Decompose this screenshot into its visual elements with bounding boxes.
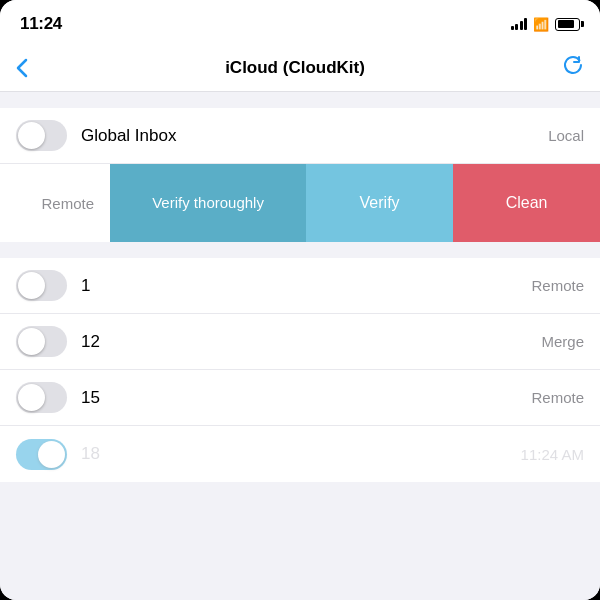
nav-title: iCloud (CloudKit)	[225, 58, 365, 78]
content: Global Inbox Local Remote Verify thoroug…	[0, 92, 600, 600]
nav-bar: iCloud (CloudKit)	[0, 44, 600, 92]
remote-label-cell: Remote	[0, 164, 110, 242]
global-inbox-label: Global Inbox	[81, 126, 540, 146]
phone-frame: 11:24 📶 iCloud (CloudKit)	[0, 0, 600, 600]
item-1-label: 1	[81, 276, 523, 296]
global-inbox-toggle[interactable]	[16, 120, 67, 151]
action-buttons: Verify thoroughly Verify Clean	[110, 164, 600, 242]
item-12-label: 12	[81, 332, 533, 352]
back-button[interactable]	[16, 58, 28, 78]
list-item: 15 Remote	[0, 370, 600, 426]
list-item: 12 Merge	[0, 314, 600, 370]
item-1-toggle[interactable]	[16, 270, 67, 301]
clean-button[interactable]: Clean	[453, 164, 600, 242]
battery-fill	[558, 20, 574, 28]
signal-bars-icon	[511, 18, 528, 30]
item-18-toggle[interactable]	[16, 439, 67, 470]
item-15-toggle[interactable]	[16, 382, 67, 413]
global-inbox-section: Global Inbox Local Remote Verify thoroug…	[0, 108, 600, 242]
status-bar: 11:24 📶	[0, 0, 600, 44]
item-12-status: Merge	[541, 333, 584, 350]
wifi-icon: 📶	[533, 17, 549, 32]
global-inbox-status: Local	[548, 127, 584, 144]
item-12-toggle[interactable]	[16, 326, 67, 357]
refresh-button[interactable]	[562, 54, 584, 81]
action-band: Remote Verify thoroughly Verify Clean	[0, 164, 600, 242]
item-15-label: 15	[81, 388, 523, 408]
status-time: 11:24	[20, 14, 62, 34]
list-item: 18 11:24 AM	[0, 426, 600, 482]
verify-thoroughly-button[interactable]: Verify thoroughly	[110, 164, 306, 242]
verify-button[interactable]: Verify	[306, 164, 453, 242]
item-18-label: 18	[81, 444, 513, 464]
remote-label: Remote	[41, 195, 94, 212]
item-18-status: 11:24 AM	[521, 446, 584, 463]
item-1-status: Remote	[531, 277, 584, 294]
status-icons: 📶	[511, 17, 581, 32]
list-item: 1 Remote	[0, 258, 600, 314]
battery-icon	[555, 18, 580, 31]
item-15-status: Remote	[531, 389, 584, 406]
items-list: 1 Remote 12 Merge 15 Remote 18 11:24 AM	[0, 258, 600, 482]
global-inbox-row: Global Inbox Local	[0, 108, 600, 164]
